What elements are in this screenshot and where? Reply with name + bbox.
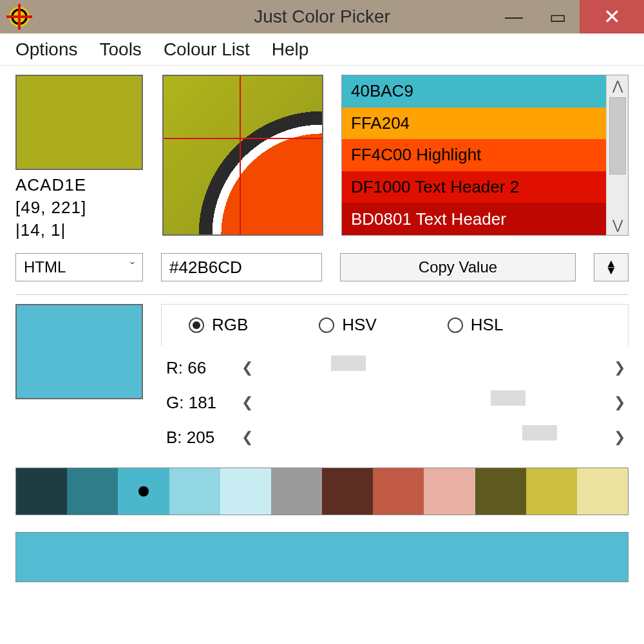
close-button[interactable]: ✕ [580, 0, 644, 33]
window-buttons: — ▭ ✕ [492, 0, 644, 33]
radio-dot-icon [189, 317, 204, 333]
radio-hsv[interactable]: HSV [319, 315, 376, 335]
palette-cell[interactable] [373, 468, 424, 515]
scroll-down-icon[interactable]: ⋁ [607, 214, 628, 235]
current-colour-swatch [15, 75, 143, 170]
radio-rgb[interactable]: RGB [189, 315, 248, 335]
scroll-thumb[interactable] [609, 97, 626, 175]
radio-dot-icon [448, 317, 463, 333]
colour-list-item[interactable]: DF1000 Text Header 2 [342, 171, 606, 204]
colour-list-item[interactable]: FFA204 [342, 108, 606, 140]
channel-r-inc[interactable]: ❯ [611, 359, 629, 376]
channel-g-slider[interactable] [256, 386, 611, 419]
channel-b-label: B: 205 [161, 428, 238, 448]
channel-r-dec[interactable]: ❮ [238, 359, 256, 376]
menu-tools[interactable]: Tools [100, 39, 142, 60]
radio-rgb-label: RGB [212, 315, 248, 335]
palette-cell[interactable] [220, 468, 271, 515]
radio-dot-icon [319, 317, 334, 333]
radio-hsv-label: HSV [342, 315, 376, 335]
colour-list-item[interactable]: 40BAC9 [342, 75, 606, 108]
app-icon [9, 6, 30, 27]
colourspace-radio-group: RGB HSV HSL [161, 304, 629, 345]
scroll-up-icon[interactable]: ⋀ [607, 75, 628, 96]
radio-hsl-label: HSL [471, 315, 504, 335]
radio-hsl[interactable]: HSL [448, 315, 504, 335]
maximize-button[interactable]: ▭ [536, 0, 580, 33]
palette-cell[interactable] [169, 468, 220, 515]
menu-bar: Options Tools Colour List Help [0, 33, 644, 66]
palette-cell[interactable] [475, 468, 526, 515]
current-coords: [49, 221] [15, 196, 144, 219]
palette-cell[interactable] [118, 468, 169, 515]
current-hex: ACAD1E [15, 174, 144, 196]
colour-list-item[interactable]: FF4C00 Highlight [342, 139, 606, 171]
channel-g-dec[interactable]: ❮ [238, 394, 256, 411]
palette-cell[interactable] [322, 468, 373, 515]
format-select-value: HTML [24, 258, 66, 276]
palette-cell[interactable] [577, 468, 628, 515]
gradient-bar[interactable] [15, 532, 629, 582]
menu-colour-list[interactable]: Colour List [164, 39, 250, 60]
channel-b-dec[interactable]: ❮ [238, 429, 256, 446]
palette-cell[interactable] [67, 468, 118, 515]
slider-thumb[interactable] [331, 355, 366, 371]
palette-strip [15, 468, 629, 515]
colour-value-text: #42B6CD [169, 258, 242, 278]
menu-help[interactable]: Help [272, 39, 309, 60]
colour-value-input[interactable]: #42B6CD [161, 253, 322, 281]
magnifier-view [162, 75, 323, 236]
channel-g-inc[interactable]: ❯ [611, 394, 629, 411]
colour-list-scrollbar[interactable]: ⋀ ⋁ [606, 75, 628, 235]
slider-thumb[interactable] [491, 390, 526, 406]
copy-value-label: Copy Value [419, 258, 497, 276]
chevron-down-icon: ˇ [130, 260, 135, 275]
palette-cell[interactable] [424, 468, 475, 515]
minimize-button[interactable]: — [492, 0, 536, 33]
palette-cell[interactable] [16, 468, 67, 515]
palette-cell[interactable] [526, 468, 577, 515]
copy-value-button[interactable]: Copy Value [340, 253, 576, 281]
channel-g-label: G: 181 [161, 393, 238, 413]
stepper-button[interactable]: ▲ ▼ [594, 253, 629, 281]
separator [15, 294, 629, 295]
title-bar: Just Color Picker — ▭ ✕ [0, 0, 644, 33]
channel-b-slider[interactable] [256, 421, 611, 453]
colour-list: 40BAC9FFA204FF4C00 HighlightDF1000 Text … [341, 75, 629, 236]
format-select[interactable]: HTML ˇ [15, 253, 143, 281]
channel-r-label: R: 66 [161, 358, 238, 378]
channel-b-inc[interactable]: ❯ [611, 429, 629, 446]
current-offset: |14, 1| [15, 219, 144, 242]
menu-options[interactable]: Options [15, 39, 78, 60]
edit-colour-swatch [15, 304, 143, 399]
slider-thumb[interactable] [522, 425, 557, 440]
palette-cell[interactable] [271, 468, 322, 515]
channel-r-slider[interactable] [256, 352, 611, 384]
stepper-down-icon: ▼ [605, 267, 617, 274]
colour-list-item[interactable]: BD0801 Text Header [342, 203, 606, 235]
